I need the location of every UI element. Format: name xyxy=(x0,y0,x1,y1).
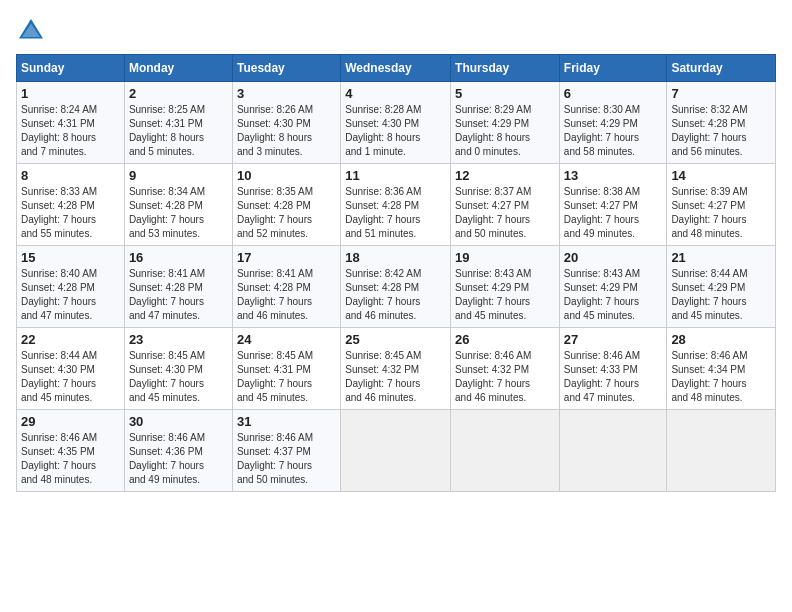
day-cell: 29Sunrise: 8:46 AM Sunset: 4:35 PM Dayli… xyxy=(17,410,125,492)
calendar-table: SundayMondayTuesdayWednesdayThursdayFrid… xyxy=(16,54,776,492)
day-detail: Sunrise: 8:34 AM Sunset: 4:28 PM Dayligh… xyxy=(129,185,228,241)
day-number: 17 xyxy=(237,250,336,265)
day-cell: 15Sunrise: 8:40 AM Sunset: 4:28 PM Dayli… xyxy=(17,246,125,328)
day-number: 23 xyxy=(129,332,228,347)
day-cell: 17Sunrise: 8:41 AM Sunset: 4:28 PM Dayli… xyxy=(232,246,340,328)
day-detail: Sunrise: 8:33 AM Sunset: 4:28 PM Dayligh… xyxy=(21,185,120,241)
day-detail: Sunrise: 8:44 AM Sunset: 4:30 PM Dayligh… xyxy=(21,349,120,405)
day-detail: Sunrise: 8:41 AM Sunset: 4:28 PM Dayligh… xyxy=(129,267,228,323)
day-detail: Sunrise: 8:41 AM Sunset: 4:28 PM Dayligh… xyxy=(237,267,336,323)
day-number: 1 xyxy=(21,86,120,101)
day-cell: 23Sunrise: 8:45 AM Sunset: 4:30 PM Dayli… xyxy=(124,328,232,410)
day-number: 3 xyxy=(237,86,336,101)
day-cell: 6Sunrise: 8:30 AM Sunset: 4:29 PM Daylig… xyxy=(559,82,667,164)
day-number: 16 xyxy=(129,250,228,265)
day-detail: Sunrise: 8:46 AM Sunset: 4:33 PM Dayligh… xyxy=(564,349,663,405)
day-number: 8 xyxy=(21,168,120,183)
day-number: 2 xyxy=(129,86,228,101)
day-cell: 22Sunrise: 8:44 AM Sunset: 4:30 PM Dayli… xyxy=(17,328,125,410)
day-cell xyxy=(341,410,451,492)
week-row-2: 8Sunrise: 8:33 AM Sunset: 4:28 PM Daylig… xyxy=(17,164,776,246)
day-cell: 28Sunrise: 8:46 AM Sunset: 4:34 PM Dayli… xyxy=(667,328,776,410)
day-detail: Sunrise: 8:26 AM Sunset: 4:30 PM Dayligh… xyxy=(237,103,336,159)
day-number: 19 xyxy=(455,250,555,265)
day-number: 31 xyxy=(237,414,336,429)
day-cell: 10Sunrise: 8:35 AM Sunset: 4:28 PM Dayli… xyxy=(232,164,340,246)
day-cell: 19Sunrise: 8:43 AM Sunset: 4:29 PM Dayli… xyxy=(451,246,560,328)
day-cell xyxy=(559,410,667,492)
day-number: 4 xyxy=(345,86,446,101)
day-detail: Sunrise: 8:45 AM Sunset: 4:30 PM Dayligh… xyxy=(129,349,228,405)
day-number: 6 xyxy=(564,86,663,101)
day-cell: 25Sunrise: 8:45 AM Sunset: 4:32 PM Dayli… xyxy=(341,328,451,410)
header-cell-sunday: Sunday xyxy=(17,55,125,82)
day-detail: Sunrise: 8:40 AM Sunset: 4:28 PM Dayligh… xyxy=(21,267,120,323)
week-row-4: 22Sunrise: 8:44 AM Sunset: 4:30 PM Dayli… xyxy=(17,328,776,410)
day-cell: 20Sunrise: 8:43 AM Sunset: 4:29 PM Dayli… xyxy=(559,246,667,328)
day-detail: Sunrise: 8:42 AM Sunset: 4:28 PM Dayligh… xyxy=(345,267,446,323)
day-detail: Sunrise: 8:32 AM Sunset: 4:28 PM Dayligh… xyxy=(671,103,771,159)
day-cell: 7Sunrise: 8:32 AM Sunset: 4:28 PM Daylig… xyxy=(667,82,776,164)
day-detail: Sunrise: 8:39 AM Sunset: 4:27 PM Dayligh… xyxy=(671,185,771,241)
header-row: SundayMondayTuesdayWednesdayThursdayFrid… xyxy=(17,55,776,82)
header-cell-monday: Monday xyxy=(124,55,232,82)
header-cell-tuesday: Tuesday xyxy=(232,55,340,82)
day-detail: Sunrise: 8:46 AM Sunset: 4:36 PM Dayligh… xyxy=(129,431,228,487)
day-number: 24 xyxy=(237,332,336,347)
day-cell: 26Sunrise: 8:46 AM Sunset: 4:32 PM Dayli… xyxy=(451,328,560,410)
day-cell: 27Sunrise: 8:46 AM Sunset: 4:33 PM Dayli… xyxy=(559,328,667,410)
day-number: 26 xyxy=(455,332,555,347)
day-detail: Sunrise: 8:25 AM Sunset: 4:31 PM Dayligh… xyxy=(129,103,228,159)
day-cell: 31Sunrise: 8:46 AM Sunset: 4:37 PM Dayli… xyxy=(232,410,340,492)
day-detail: Sunrise: 8:46 AM Sunset: 4:37 PM Dayligh… xyxy=(237,431,336,487)
day-number: 18 xyxy=(345,250,446,265)
day-cell: 18Sunrise: 8:42 AM Sunset: 4:28 PM Dayli… xyxy=(341,246,451,328)
day-cell: 9Sunrise: 8:34 AM Sunset: 4:28 PM Daylig… xyxy=(124,164,232,246)
day-number: 15 xyxy=(21,250,120,265)
day-number: 13 xyxy=(564,168,663,183)
day-cell: 11Sunrise: 8:36 AM Sunset: 4:28 PM Dayli… xyxy=(341,164,451,246)
day-number: 11 xyxy=(345,168,446,183)
day-cell: 1Sunrise: 8:24 AM Sunset: 4:31 PM Daylig… xyxy=(17,82,125,164)
week-row-3: 15Sunrise: 8:40 AM Sunset: 4:28 PM Dayli… xyxy=(17,246,776,328)
day-detail: Sunrise: 8:29 AM Sunset: 4:29 PM Dayligh… xyxy=(455,103,555,159)
day-detail: Sunrise: 8:46 AM Sunset: 4:35 PM Dayligh… xyxy=(21,431,120,487)
day-number: 5 xyxy=(455,86,555,101)
day-detail: Sunrise: 8:30 AM Sunset: 4:29 PM Dayligh… xyxy=(564,103,663,159)
day-number: 12 xyxy=(455,168,555,183)
day-detail: Sunrise: 8:46 AM Sunset: 4:34 PM Dayligh… xyxy=(671,349,771,405)
day-detail: Sunrise: 8:37 AM Sunset: 4:27 PM Dayligh… xyxy=(455,185,555,241)
header-cell-saturday: Saturday xyxy=(667,55,776,82)
day-detail: Sunrise: 8:38 AM Sunset: 4:27 PM Dayligh… xyxy=(564,185,663,241)
week-row-1: 1Sunrise: 8:24 AM Sunset: 4:31 PM Daylig… xyxy=(17,82,776,164)
day-detail: Sunrise: 8:24 AM Sunset: 4:31 PM Dayligh… xyxy=(21,103,120,159)
day-cell xyxy=(667,410,776,492)
day-detail: Sunrise: 8:43 AM Sunset: 4:29 PM Dayligh… xyxy=(564,267,663,323)
calendar-body: 1Sunrise: 8:24 AM Sunset: 4:31 PM Daylig… xyxy=(17,82,776,492)
day-cell: 13Sunrise: 8:38 AM Sunset: 4:27 PM Dayli… xyxy=(559,164,667,246)
day-cell: 5Sunrise: 8:29 AM Sunset: 4:29 PM Daylig… xyxy=(451,82,560,164)
day-detail: Sunrise: 8:45 AM Sunset: 4:32 PM Dayligh… xyxy=(345,349,446,405)
day-cell: 14Sunrise: 8:39 AM Sunset: 4:27 PM Dayli… xyxy=(667,164,776,246)
day-detail: Sunrise: 8:36 AM Sunset: 4:28 PM Dayligh… xyxy=(345,185,446,241)
page-header xyxy=(16,16,776,46)
day-detail: Sunrise: 8:28 AM Sunset: 4:30 PM Dayligh… xyxy=(345,103,446,159)
day-cell: 30Sunrise: 8:46 AM Sunset: 4:36 PM Dayli… xyxy=(124,410,232,492)
day-cell: 21Sunrise: 8:44 AM Sunset: 4:29 PM Dayli… xyxy=(667,246,776,328)
day-cell: 12Sunrise: 8:37 AM Sunset: 4:27 PM Dayli… xyxy=(451,164,560,246)
day-cell xyxy=(451,410,560,492)
day-number: 30 xyxy=(129,414,228,429)
day-detail: Sunrise: 8:45 AM Sunset: 4:31 PM Dayligh… xyxy=(237,349,336,405)
day-number: 29 xyxy=(21,414,120,429)
header-cell-wednesday: Wednesday xyxy=(341,55,451,82)
day-number: 7 xyxy=(671,86,771,101)
day-number: 14 xyxy=(671,168,771,183)
day-cell: 24Sunrise: 8:45 AM Sunset: 4:31 PM Dayli… xyxy=(232,328,340,410)
day-detail: Sunrise: 8:43 AM Sunset: 4:29 PM Dayligh… xyxy=(455,267,555,323)
day-number: 25 xyxy=(345,332,446,347)
day-detail: Sunrise: 8:35 AM Sunset: 4:28 PM Dayligh… xyxy=(237,185,336,241)
day-number: 10 xyxy=(237,168,336,183)
day-detail: Sunrise: 8:46 AM Sunset: 4:32 PM Dayligh… xyxy=(455,349,555,405)
day-number: 22 xyxy=(21,332,120,347)
day-cell: 2Sunrise: 8:25 AM Sunset: 4:31 PM Daylig… xyxy=(124,82,232,164)
